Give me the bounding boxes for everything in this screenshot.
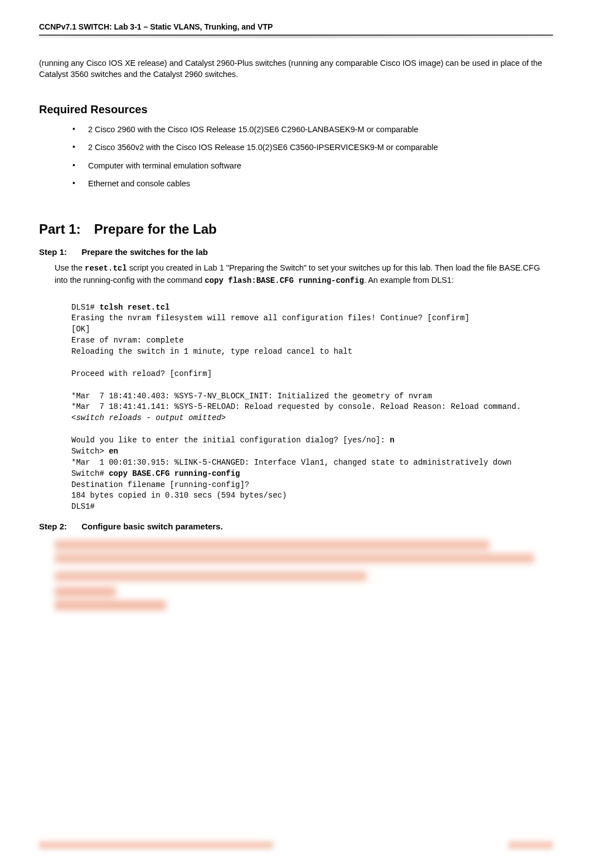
list-item: Computer with terminal emulation softwar… [72, 157, 553, 175]
output-line: Would you like to enter the initial conf… [71, 436, 390, 445]
list-item: 2 Cisco 2960 with the Cisco IOS Release … [72, 120, 553, 138]
command: en [109, 447, 118, 456]
step-label: Step 2: [39, 522, 79, 531]
step-title: Prepare the switches for the lab [81, 247, 208, 257]
part-label: Part 1: [39, 221, 90, 237]
terminal-output: DLS1# tclsh reset.tcl Erasing the nvram … [71, 302, 553, 513]
prompt: Switch# [71, 469, 109, 478]
command: tclsh reset.tcl [99, 303, 169, 312]
blurred-content [55, 540, 553, 610]
italic-note: switch reloads - output omitted [76, 413, 221, 422]
output-line: *Mar 7 18:41:41.141: %SYS-5-RELOAD: Relo… [71, 402, 521, 411]
output-line: *Mar 7 18:41:40.403: %SYS-7-NV_BLOCK_INI… [71, 392, 432, 401]
output-line: Erase of nvram: complete [71, 336, 184, 345]
required-resources-list: 2 Cisco 2960 with the Cisco IOS Release … [72, 120, 553, 192]
intro-paragraph: (running any Cisco IOS XE release) and C… [39, 58, 553, 80]
inline-code: copy flash:BASE.CFG running-config [205, 276, 364, 285]
output-line: DLS1# [71, 502, 95, 511]
header-title: CCNPv7.1 SWITCH: Lab 3-1 – Static VLANS,… [39, 22, 273, 31]
text: . An example from DLS1: [364, 276, 454, 284]
part-1-heading: Part 1: Prepare for the Lab [39, 221, 553, 237]
part-title: Prepare for the Lab [94, 221, 217, 237]
page-footer [39, 841, 553, 849]
step-2-heading: Step 2: Configure basic switch parameter… [39, 522, 553, 531]
step-title: Configure basic switch parameters. [81, 522, 222, 531]
footer-copyright [39, 841, 273, 849]
prompt: DLS1# [71, 303, 99, 312]
text: > [221, 413, 226, 422]
output-line: 184 bytes copied in 0.310 secs (594 byte… [71, 491, 287, 500]
step-1-paragraph: Use the reset.tcl script you created in … [55, 262, 553, 286]
output-line: Reloading the switch in 1 minute, type r… [71, 347, 352, 356]
output-line: Destination filename [running-config]? [71, 480, 249, 489]
list-item: 2 Cisco 3560v2 with the Cisco IOS Releas… [72, 138, 553, 156]
step-label: Step 1: [39, 247, 79, 257]
output-line: [OK] [71, 325, 90, 334]
output-line: *Mar 1 00:01:30.915: %LINK-5-CHANGED: In… [71, 458, 512, 467]
command: copy BASE.CFG running-config [109, 469, 240, 478]
list-item: Ethernet and console cables [72, 175, 553, 192]
user-input: n [390, 436, 394, 445]
step-1-heading: Step 1: Prepare the switches for the lab [39, 247, 553, 257]
output-line: Erasing the nvram filesystem will remove… [71, 314, 469, 322]
text: Use the [55, 263, 85, 272]
prompt: Switch> [71, 447, 109, 456]
output-line: Proceed with reload? [confirm] [71, 369, 212, 378]
footer-page-number [508, 841, 553, 849]
required-resources-heading: Required Resources [39, 103, 553, 116]
page-header: CCNPv7.1 SWITCH: Lab 3-1 – Static VLANS,… [39, 22, 553, 36]
inline-code: reset.tcl [85, 264, 127, 273]
